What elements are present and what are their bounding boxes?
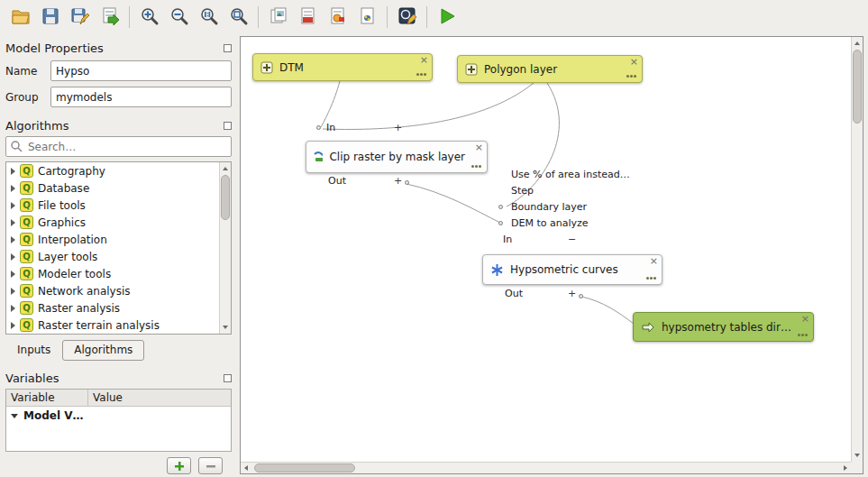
model-group-input[interactable] <box>50 87 232 107</box>
tree-item-raster-analysis[interactable]: QRaster analysis <box>6 299 231 316</box>
tree-item-label: Layer tools <box>38 251 97 263</box>
chevron-right-icon[interactable] <box>11 305 15 312</box>
zoom-actual-size-button[interactable] <box>194 4 224 31</box>
chevron-right-icon[interactable] <box>11 219 15 226</box>
comment-dots-icon[interactable] <box>471 165 474 168</box>
scrollbar-thumb[interactable] <box>853 50 862 124</box>
hypso-out-expander[interactable]: + <box>568 288 576 299</box>
node-algo-hypsometric-curves[interactable]: Hypsometric curves <box>482 254 662 285</box>
tab-algorithms[interactable]: Algorithms <box>62 340 144 361</box>
provider-icon: Q <box>20 233 33 246</box>
socket-out-dot[interactable] <box>579 294 583 298</box>
float-panel-icon[interactable] <box>224 122 232 130</box>
socket-in-dot[interactable] <box>316 125 321 130</box>
tree-item-cartography[interactable]: QCartography <box>6 162 231 179</box>
tree-item-modeler-tools[interactable]: QModeler tools <box>6 265 231 282</box>
node-algo-clip-raster[interactable]: Clip raster by mask layer <box>306 141 488 173</box>
remove-node-icon[interactable] <box>801 313 809 325</box>
chevron-right-icon[interactable] <box>11 185 15 192</box>
open-model-button[interactable] <box>5 4 35 31</box>
add-variable-button[interactable] <box>167 457 191 474</box>
comment-dots-icon[interactable] <box>646 277 649 280</box>
scroll-right-icon[interactable] <box>844 465 847 471</box>
hypso-in-expander[interactable]: − <box>568 234 576 245</box>
chevron-right-icon[interactable] <box>11 271 15 278</box>
chevron-right-icon[interactable] <box>11 236 15 243</box>
scroll-left-icon[interactable] <box>244 465 248 471</box>
node-title: Hypsometric curves <box>510 263 618 276</box>
scrollbar-thumb[interactable] <box>254 463 355 472</box>
save-model-as-button[interactable] <box>65 4 95 31</box>
open-folder-icon <box>11 6 31 29</box>
variables-group-row[interactable]: Model V… <box>6 407 231 425</box>
zoom-actual-size-icon <box>199 6 219 29</box>
scroll-up-icon[interactable] <box>223 167 228 170</box>
socket-out-dot[interactable] <box>405 180 409 185</box>
run-model-button[interactable] <box>432 4 461 31</box>
tree-item-layer-tools[interactable]: QLayer tools <box>6 248 231 265</box>
input-plus-icon <box>260 61 273 74</box>
hypsometric-icon <box>490 263 504 277</box>
chevron-right-icon[interactable] <box>11 288 15 295</box>
node-title: DTM <box>279 61 304 74</box>
tree-item-graphics[interactable]: QGraphics <box>6 214 231 231</box>
socket-dem-dot[interactable] <box>498 221 503 225</box>
chevron-right-icon[interactable] <box>11 168 15 175</box>
tree-item-raster-terrain-analysis[interactable]: QRaster terrain analysis <box>6 316 231 334</box>
export-as-pdf-button[interactable] <box>293 4 323 31</box>
remove-variable-button[interactable] <box>198 457 223 474</box>
chevron-right-icon[interactable] <box>11 322 15 329</box>
socket-boundary-dot[interactable] <box>498 205 503 209</box>
node-output-hypsometry-tables[interactable]: hypsometry tables dir… <box>633 312 814 342</box>
clip-in-expander[interactable]: + <box>394 122 402 133</box>
save-model-button[interactable] <box>35 4 65 31</box>
comment-dots-icon[interactable] <box>416 73 419 76</box>
comment-dots-icon[interactable] <box>626 75 629 78</box>
scroll-up-icon[interactable] <box>854 41 860 45</box>
tree-item-database[interactable]: QDatabase <box>6 179 231 197</box>
export-as-image-button[interactable] <box>263 4 293 31</box>
float-panel-icon[interactable] <box>224 374 232 382</box>
export-as-svg-button[interactable] <box>323 4 352 31</box>
zoom-out-button[interactable] <box>164 4 194 31</box>
search-input[interactable] <box>5 136 232 157</box>
zoom-full-extent-button[interactable] <box>224 4 253 31</box>
tree-scrollbar[interactable] <box>219 162 231 334</box>
chevron-down-icon[interactable] <box>11 414 18 418</box>
tree-item-interpolation[interactable]: QInterpolation <box>6 231 231 248</box>
comment-dots-icon[interactable] <box>798 334 800 336</box>
gdal-icon <box>314 150 323 164</box>
node-input-polygon-layer[interactable]: Polygon layer <box>457 55 643 83</box>
column-variable[interactable]: Variable <box>6 390 87 406</box>
clip-out-label: Out <box>328 175 346 187</box>
canvas-horizontal-scrollbar[interactable] <box>241 462 851 473</box>
remove-node-icon[interactable] <box>475 142 483 153</box>
tab-inputs[interactable]: Inputs <box>5 340 62 361</box>
edit-model-help-button[interactable] <box>392 4 422 31</box>
model-canvas[interactable]: DTM Polygon layer In + Clip raster by ma… <box>240 36 863 474</box>
save-in-project-button[interactable] <box>95 4 124 31</box>
scroll-down-icon[interactable] <box>223 326 228 329</box>
variables-table: Variable Value Model V… <box>5 389 232 452</box>
tree-item-network-analysis[interactable]: QNetwork analysis <box>6 282 231 299</box>
model-name-input[interactable] <box>50 60 232 81</box>
export-as-python-button[interactable] <box>352 4 382 31</box>
column-value[interactable]: Value <box>87 390 231 406</box>
scroll-down-icon[interactable] <box>854 454 860 457</box>
clip-out-expander[interactable]: + <box>394 175 402 187</box>
chevron-right-icon[interactable] <box>11 202 15 209</box>
remove-node-icon[interactable] <box>630 56 638 68</box>
remove-node-icon[interactable] <box>420 54 428 66</box>
remove-node-icon[interactable] <box>650 255 658 267</box>
tree-item-label: Modeler tools <box>38 268 111 280</box>
chevron-right-icon[interactable] <box>11 253 15 261</box>
scrollbar-thumb[interactable] <box>221 175 230 220</box>
plus-icon <box>174 461 185 472</box>
node-input-dtm[interactable]: DTM <box>252 53 433 81</box>
zoom-in-button[interactable] <box>134 4 164 31</box>
provider-icon: Q <box>20 164 33 178</box>
tree-item-file-tools[interactable]: QFile tools <box>6 197 231 214</box>
canvas-vertical-scrollbar[interactable] <box>851 37 863 462</box>
float-panel-icon[interactable] <box>224 44 232 52</box>
tree-item-label: Graphics <box>38 216 86 229</box>
